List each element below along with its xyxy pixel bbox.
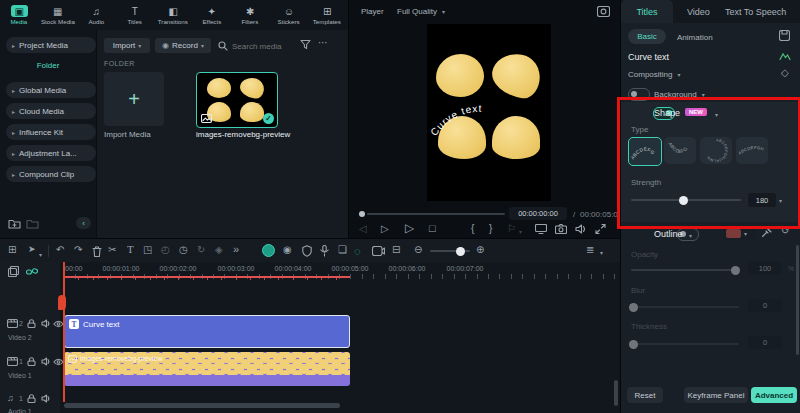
tab-stock-media[interactable]: ▦Stock Media: [39, 0, 78, 30]
tab-audio[interactable]: ♫Audio: [77, 0, 116, 30]
chevron-down-icon[interactable]: ▾: [39, 251, 42, 258]
sidebar-item-folder-active[interactable]: Folder: [0, 61, 96, 70]
sidebar-item-adjustment-layer[interactable]: ▸Adjustment La...: [6, 145, 96, 161]
tab-templates[interactable]: ⊞Templates: [308, 0, 347, 30]
mute-track-icon[interactable]: [41, 394, 51, 403]
undo-icon[interactable]: ↶: [56, 245, 64, 255]
chevron-down-icon[interactable]: ▾: [689, 232, 692, 239]
lock-track-icon[interactable]: [27, 357, 36, 366]
tab-filters[interactable]: ✱Filters: [231, 0, 270, 30]
outline-reset-icon[interactable]: ↺: [781, 226, 789, 236]
previous-frame-icon[interactable]: ◁: [359, 224, 367, 234]
playhead-handle[interactable]: [58, 295, 66, 310]
lock-track-icon[interactable]: [27, 394, 36, 403]
chevron-down-icon[interactable]: ▾: [715, 111, 718, 118]
tab-stickers[interactable]: ☺Stickers: [270, 0, 309, 30]
display-device-icon[interactable]: [535, 224, 547, 234]
import-button[interactable]: Import▾: [104, 38, 150, 53]
shape-type-wave[interactable]: ABCDEFGH: [736, 137, 768, 164]
sidebar-item-influence-kit[interactable]: ▸Influence Kit: [6, 124, 96, 140]
subtab-basic[interactable]: Basic: [628, 29, 666, 44]
pip-icon[interactable]: ❏: [338, 245, 347, 255]
tab-titles[interactable]: TTitles: [116, 0, 155, 30]
media-clip-tile[interactable]: ✓: [196, 72, 278, 128]
search-input[interactable]: [230, 38, 294, 54]
stepper-icon[interactable]: ▾: [779, 197, 782, 204]
strength-value[interactable]: 180: [748, 193, 776, 207]
rotate-icon[interactable]: ↻: [197, 245, 205, 255]
step-forward-icon[interactable]: ▷: [381, 224, 389, 234]
tab-effects[interactable]: ✦Effects: [193, 0, 232, 30]
compositing-row[interactable]: Compositing▾: [628, 70, 680, 79]
play-icon[interactable]: ▷: [405, 222, 414, 234]
marker-icon[interactable]: ⊟: [392, 245, 400, 255]
fullscreen-icon[interactable]: [595, 224, 606, 234]
scrubber-knob[interactable]: [359, 211, 365, 217]
mask-view-icon[interactable]: [597, 6, 610, 17]
mark-out-icon[interactable]: }: [489, 224, 492, 234]
chroma-key-icon[interactable]: [262, 244, 275, 257]
tab-media[interactable]: ▣Media: [0, 0, 39, 30]
chevron-down-icon[interactable]: ▾: [519, 228, 522, 235]
lock-track-icon[interactable]: [27, 319, 36, 328]
zoom-in-icon[interactable]: ⊕: [476, 245, 484, 255]
background-row[interactable]: Background▾: [654, 90, 705, 99]
select-tool-icon[interactable]: ➤: [28, 245, 36, 254]
snapshot-camera-icon[interactable]: [555, 224, 567, 234]
advanced-button[interactable]: Advanced: [751, 387, 797, 403]
keyframe-panel-button[interactable]: Keyframe Panel: [684, 387, 748, 403]
zoom-out-icon[interactable]: ⊖: [414, 245, 422, 255]
playhead-line[interactable]: [63, 262, 65, 402]
speaker-icon[interactable]: [575, 224, 587, 234]
keyframe-icon[interactable]: ◈: [215, 245, 223, 255]
screen-record-icon[interactable]: [372, 246, 385, 256]
horizontal-scrollbar[interactable]: [64, 403, 340, 408]
mute-track-icon[interactable]: [41, 319, 51, 328]
track-height-icon[interactable]: ≣: [586, 245, 594, 255]
sidebar-item-global-media[interactable]: ▸Global Media: [6, 82, 96, 98]
delete-icon[interactable]: [92, 246, 102, 257]
shape-type-circle[interactable]: ABCDEFGHIJKLMN: [700, 137, 732, 164]
sidebar-item-compound-clip[interactable]: ▸Compound Clip: [6, 166, 96, 182]
quality-dropdown[interactable]: Full Quality▾: [397, 7, 445, 16]
tab-video[interactable]: Video: [687, 7, 710, 17]
speed-icon[interactable]: ◴: [161, 245, 170, 255]
video-clip[interactable]: images-removebg-preview: [64, 352, 350, 386]
shape-type-valley[interactable]: ABCDEFG: [664, 137, 696, 164]
timeline-zoom-slider[interactable]: [430, 250, 470, 252]
tab-titles[interactable]: Titles: [621, 0, 673, 23]
more-options-icon[interactable]: ⋯: [318, 38, 328, 48]
outline-color-swatch[interactable]: ▾: [724, 227, 756, 240]
microphone-icon[interactable]: [320, 245, 329, 257]
motion-tracking-icon[interactable]: ◌: [354, 245, 361, 257]
reset-button[interactable]: Reset: [627, 387, 663, 403]
stop-icon[interactable]: □: [429, 223, 436, 234]
record-button[interactable]: ◉Record▾: [155, 38, 211, 53]
more-tools-icon[interactable]: »: [233, 244, 239, 255]
shield-icon[interactable]: [302, 245, 312, 257]
panel-scrollbar[interactable]: [796, 245, 799, 355]
vertical-scrollbar[interactable]: [614, 380, 618, 406]
paste-board-icon[interactable]: [8, 266, 19, 277]
filter-icon[interactable]: [300, 39, 311, 50]
auto-ripple-icon[interactable]: [26, 266, 38, 277]
mute-track-icon[interactable]: [41, 357, 51, 366]
delete-folder-icon[interactable]: [26, 218, 39, 229]
background-toggle[interactable]: [628, 88, 650, 101]
timeline-ruler[interactable]: 00:00 00:00:01:00 00:00:02:00 00:00:03:0…: [60, 262, 620, 279]
chevron-down-icon[interactable]: ▾: [600, 249, 603, 256]
crop-icon[interactable]: ◳: [143, 245, 152, 255]
strength-slider[interactable]: [631, 199, 741, 201]
split-icon[interactable]: ✂: [108, 245, 116, 255]
track-manager-icon[interactable]: ⊞: [8, 245, 16, 255]
redo-icon[interactable]: ↷: [74, 245, 82, 255]
scrubber-track[interactable]: [367, 213, 505, 215]
tab-transitions[interactable]: ◧Transitions: [154, 0, 193, 30]
tab-text-to-speech[interactable]: Text To Speech: [725, 7, 786, 17]
flag-icon[interactable]: ⚐: [507, 224, 516, 234]
mark-in-icon[interactable]: {: [471, 224, 474, 234]
subtab-animation[interactable]: Animation: [677, 33, 713, 42]
shape-type-arch[interactable]: ABCDEFG: [628, 137, 662, 166]
new-folder-icon[interactable]: [8, 218, 21, 229]
timer-icon[interactable]: ◷: [179, 245, 188, 255]
